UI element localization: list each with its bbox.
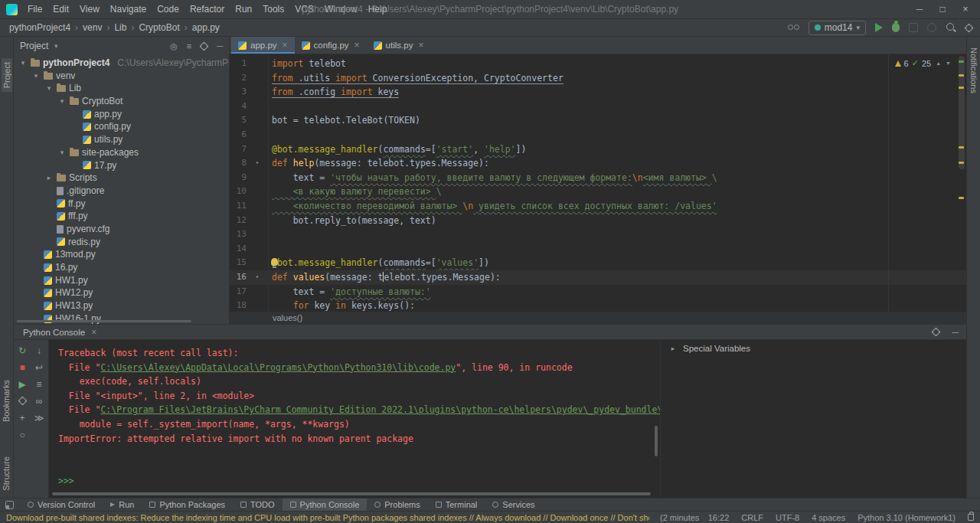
close-icon[interactable]: ×	[354, 40, 360, 51]
breadcrumb-function[interactable]: values()	[273, 313, 302, 322]
code-line-6[interactable]: 6	[230, 128, 966, 142]
menu-file[interactable]: File	[22, 2, 47, 16]
fold-marker-icon[interactable]: ▾	[250, 156, 265, 171]
run-button[interactable]	[875, 23, 883, 32]
code-line-8[interactable]: 8▾def help(message: telebot.types.Messag…	[230, 156, 966, 171]
intention-bulb-icon[interactable]	[271, 258, 278, 266]
console-output[interactable]: Traceback (most recent call last): File …	[49, 340, 660, 498]
code-with-me-users-icon[interactable]	[788, 23, 799, 32]
rerun-icon[interactable]: ↻	[15, 345, 30, 356]
next-problem-icon[interactable]: ▼	[946, 60, 951, 66]
scroll-to-end-icon[interactable]: ↓	[31, 345, 47, 356]
stripe-project-button[interactable]: Project	[2, 58, 12, 92]
event-log-message[interactable]: (2 minutes	[660, 513, 699, 522]
stripe-structure-button[interactable]: Structure	[2, 456, 11, 491]
tree-chevron-icon[interactable]: ▾	[31, 70, 41, 83]
settings-icon[interactable]	[15, 395, 30, 407]
tree-item-13mod.py[interactable]: 13mod.py	[14, 248, 229, 261]
tab-utils.py[interactable]: utils.py×	[367, 37, 431, 54]
tree-item-HW12.py[interactable]: HW12.py	[14, 286, 229, 299]
indent-style[interactable]: 4 spaces	[812, 513, 845, 522]
tree-chevron-icon[interactable]: ▸	[44, 172, 54, 185]
tree-chevron-icon[interactable]: ▾	[57, 146, 67, 159]
add-icon[interactable]: +	[15, 412, 30, 423]
tree-chevron-icon[interactable]: ▾	[18, 57, 28, 70]
tab-config.py[interactable]: config.py×	[295, 37, 367, 54]
console-vertical-scrollbar[interactable]	[655, 426, 658, 456]
tree-item-HW1.py[interactable]: HW1.py	[14, 274, 229, 287]
soft-wrap-icon[interactable]: ↩	[31, 361, 47, 373]
inspections-widget[interactable]: 6 ✓ 25 ▲ ▼	[895, 58, 951, 68]
print-icon[interactable]: ≡	[31, 378, 47, 390]
tree-item-16.py[interactable]: 16.py	[14, 261, 229, 274]
tree-item-CryptoBot[interactable]: ▾CryptoBot	[14, 95, 229, 108]
menu-view[interactable]: View	[74, 2, 105, 16]
console-settings-gear-icon[interactable]	[933, 329, 939, 335]
code-line-7[interactable]: 7@bot.message_handler(commands=['start',…	[230, 142, 966, 157]
toolwindow-button-version-control[interactable]: Version Control	[20, 498, 103, 511]
code-line-11[interactable]: 11 <количество переводимой валюты> \n ув…	[230, 199, 966, 214]
menu-tools[interactable]: Tools	[257, 2, 289, 16]
toolwindow-button-problems[interactable]: Problems	[367, 498, 427, 511]
python-interpreter[interactable]: Python 3.10 (Homework1)	[858, 513, 956, 522]
project-view-selector[interactable]: Project ▾	[20, 41, 60, 51]
tree-item-pythonProject4[interactable]: ▾pythonProject4C:\Users\Alexey\PycharmPr…	[14, 57, 229, 70]
settings-gear-icon[interactable]	[965, 25, 972, 31]
tree-item-utils.py[interactable]: utils.py	[14, 133, 229, 146]
execute-selection-icon[interactable]: ≫	[31, 412, 47, 423]
tree-item-Scripts[interactable]: ▸Scripts	[14, 172, 229, 185]
project-settings-gear-icon[interactable]	[201, 43, 207, 50]
prev-problem-icon[interactable]: ▲	[936, 60, 941, 66]
code-line-10[interactable]: 10 <в какую валюту перевести> \	[230, 185, 966, 199]
breadcrumb-app.py[interactable]: app.py	[191, 22, 221, 33]
close-button[interactable]: ×	[954, 4, 977, 15]
stop-icon[interactable]: ■	[15, 361, 30, 373]
tree-item-config.py[interactable]: config.py	[14, 120, 229, 133]
special-variables-header[interactable]: ▸ Special Variables	[661, 340, 966, 357]
toolwindow-switcher-icon[interactable]	[5, 501, 14, 509]
code-line-13[interactable]: 13	[230, 227, 966, 242]
tab-python-console[interactable]: Python Console ×	[18, 327, 101, 338]
tree-item-redis.py[interactable]: redis.py	[14, 236, 229, 249]
cursor-position[interactable]: 16:22	[708, 513, 730, 522]
execute-icon[interactable]: ▶	[15, 378, 30, 390]
tree-item-.gitignore[interactable]: .gitignore	[14, 185, 229, 198]
breadcrumb-venv[interactable]: venv	[81, 22, 103, 33]
tree-chevron-icon[interactable]: ▾	[44, 82, 54, 95]
tree-item-pyvenv.cfg[interactable]: pyvenv.cfg	[14, 223, 229, 236]
stripe-bookmarks-button[interactable]: Bookmarks	[2, 380, 11, 422]
help-icon[interactable]: ○	[15, 429, 30, 440]
console-file-link[interactable]: C:\Program Files\JetBrains\PyCharm Commu…	[100, 404, 660, 415]
debug-button[interactable]	[892, 23, 900, 32]
console-horizontal-scrollbar[interactable]	[52, 492, 651, 495]
code-line-1[interactable]: 1import telebot	[230, 57, 966, 71]
collapse-all-icon[interactable]: ≡	[187, 41, 191, 51]
code-line-14[interactable]: 14	[230, 242, 966, 257]
tree-chevron-icon[interactable]: ▾	[57, 95, 67, 108]
code-line-17[interactable]: 17 text = 'доступные валюты:'	[230, 285, 966, 299]
line-separator[interactable]: CRLF	[741, 513, 763, 522]
code-line-3[interactable]: 3from .config import keys	[230, 85, 966, 100]
toolwindow-button-run[interactable]: Run	[103, 498, 142, 511]
tree-item-site-packages[interactable]: ▾site-packages	[14, 146, 229, 159]
console-file-link[interactable]: C:\Users\Alexey\AppData\Local\Programs\P…	[100, 362, 456, 373]
run-config-selector[interactable]: mod14 ▾	[808, 21, 866, 35]
editor-breadcrumb-bar[interactable]: values()	[230, 312, 966, 324]
close-icon[interactable]: ×	[418, 40, 423, 51]
hide-panel-icon[interactable]: ─	[217, 41, 223, 51]
code-line-15[interactable]: 15@bot.message_handler(commands=['values…	[230, 256, 966, 270]
tab-app.py[interactable]: app.py×	[231, 37, 295, 54]
editor-scrollbar[interactable]	[956, 54, 966, 312]
code-editor[interactable]: 1import telebot2from .utils import Conve…	[230, 54, 966, 312]
code-line-18[interactable]: 18 for key in keys.keys():	[230, 299, 966, 312]
code-line-12[interactable]: 12 bot.reply_to(message, text)	[230, 214, 966, 228]
breadcrumb-CryptoBot[interactable]: CryptoBot	[137, 22, 181, 33]
code-line-2[interactable]: 2from .utils import ConversionException,…	[230, 71, 966, 86]
tree-item-Lib[interactable]: ▾Lib	[14, 82, 229, 95]
menu-edit[interactable]: Edit	[47, 2, 74, 16]
console-minimize-icon[interactable]: ─	[952, 327, 959, 338]
shared-indexes-banner[interactable]: Download pre-built shared indexes: Reduc…	[6, 513, 649, 522]
breadcrumb-pythonProject4[interactable]: pythonProject4	[8, 22, 72, 33]
tree-item-app.py[interactable]: app.py	[14, 108, 229, 121]
coverage-button[interactable]	[909, 23, 918, 32]
